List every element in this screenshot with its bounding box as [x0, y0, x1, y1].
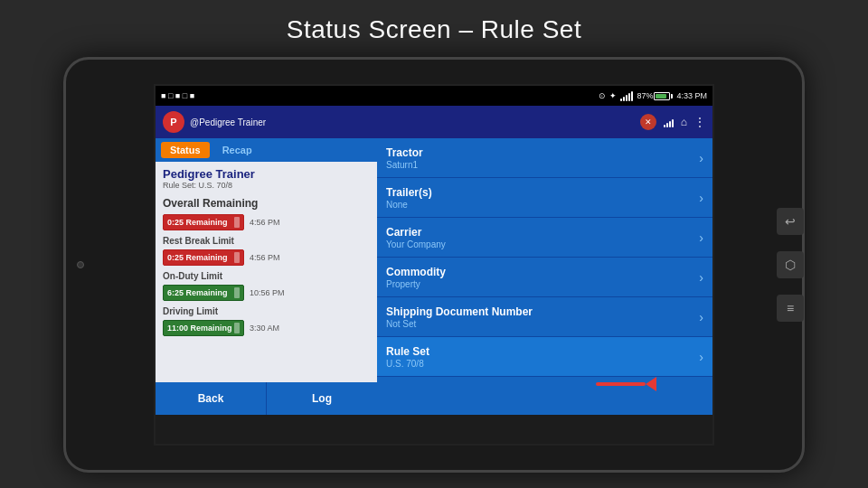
rest-break-time: 4:56 PM	[250, 253, 280, 262]
list-arrow-tractor: ›	[699, 151, 703, 165]
rest-break-gauge: 0:25 Remaining	[163, 249, 244, 266]
page-title: Status Screen – Rule Set	[287, 15, 581, 44]
list-item-shipping-title: Shipping Document Number	[386, 305, 533, 318]
tab-status[interactable]: Status	[161, 142, 210, 158]
list-item-shipping-subtitle: Not Set	[386, 319, 533, 329]
clock: 4:33 PM	[676, 91, 707, 100]
more-options-icon[interactable]: ⋮	[694, 116, 705, 128]
left-panel: Status Recap Pedigree Trainer Rule Set: …	[156, 138, 377, 415]
list-item-trailers-content: Trailer(s) None	[386, 186, 432, 210]
back-button[interactable]: Back	[156, 382, 267, 415]
bluetooth-warning-icon: ✕	[640, 114, 656, 130]
driving-row: 11:00 Remaining 3:30 AM	[156, 317, 377, 339]
bottom-buttons: Back Log	[156, 382, 377, 415]
list-item-tractor[interactable]: Tractor Saturn1 ›	[377, 138, 712, 178]
list-item-commodity[interactable]: Commodity Property ›	[377, 258, 712, 297]
back-nav-icon[interactable]: ↩	[777, 208, 804, 235]
battery-indicator: 87%	[637, 91, 673, 100]
log-button[interactable]: Log	[267, 382, 377, 415]
list-item-tractor-content: Tractor Saturn1	[386, 146, 423, 170]
tab-recap[interactable]: Recap	[213, 142, 261, 158]
list-item-ruleset-subtitle: U.S. 70/8	[386, 359, 429, 369]
screen: ■ □ ■ □ ■ ⊙ ✦ 87% 4:33 PM	[154, 84, 714, 446]
signal-icon	[664, 117, 674, 127]
overall-section-title: Overall Remaining	[156, 193, 377, 211]
list-item-tractor-title: Tractor	[386, 146, 423, 159]
menu-nav-icon[interactable]: ≡	[777, 295, 804, 322]
list-item-commodity-content: Commodity Property	[386, 266, 446, 289]
list-item-commodity-title: Commodity	[386, 266, 446, 278]
list-arrow-shipping: ›	[699, 310, 703, 324]
list-arrow-ruleset: ›	[699, 350, 703, 364]
list-arrow-commodity: ›	[699, 270, 703, 285]
camera-bump	[77, 261, 84, 268]
list-item-ruleset-content: Rule Set U.S. 70/8	[386, 345, 429, 369]
driver-info: Pedigree Trainer Rule Set: U.S. 70/8	[156, 162, 377, 193]
driving-gauge: 11:00 Remaining	[163, 320, 244, 336]
app-company: @Pedigree Trainer	[190, 117, 266, 127]
list-item-carrier-content: Carrier Your Company	[386, 226, 446, 249]
list-item-shipping-content: Shipping Document Number Not Set	[386, 305, 533, 329]
rest-break-row: 0:25 Remaining 4:56 PM	[156, 247, 377, 268]
tab-bar: Status Recap	[156, 138, 377, 162]
main-content: Status Recap Pedigree Trainer Rule Set: …	[156, 138, 712, 415]
on-duty-label: On-Duty Limit	[156, 268, 377, 282]
list-item-trailers-title: Trailer(s)	[386, 186, 432, 199]
app-logo: P	[163, 111, 184, 133]
list-item-trailers-subtitle: None	[386, 200, 432, 210]
status-bar: ■ □ ■ □ ■ ⊙ ✦ 87% 4:33 PM	[156, 86, 712, 106]
list-item-shipping[interactable]: Shipping Document Number Not Set ›	[377, 297, 712, 337]
home-nav-icon[interactable]: ⬡	[777, 251, 804, 278]
list-item-ruleset[interactable]: Rule Set U.S. 70/8 ›	[377, 337, 712, 377]
overall-gauge: 0:25 Remaining	[163, 214, 244, 230]
home-icon[interactable]: ⌂	[681, 116, 687, 128]
list-arrow-carrier: ›	[699, 230, 703, 245]
on-duty-time: 10:56 PM	[250, 288, 285, 297]
list-arrow-trailers: ›	[699, 191, 703, 205]
list-item-commodity-subtitle: Property	[386, 279, 446, 289]
list-item-tractor-subtitle: Saturn1	[386, 160, 423, 170]
driver-name: Pedigree Trainer	[163, 167, 370, 181]
list-item-trailers[interactable]: Trailer(s) None ›	[377, 178, 712, 218]
tablet-shell: ↩ ⬡ ≡ ■ □ ■ □ ■ ⊙ ✦ 87%	[63, 57, 805, 473]
signal-bars	[620, 90, 633, 101]
right-panel: Tractor Saturn1 › Trailer(s) None › Carr…	[377, 138, 712, 415]
overall-time: 4:56 PM	[250, 218, 280, 227]
driving-label: Driving Limit	[156, 304, 377, 317]
list-item-ruleset-title: Rule Set	[386, 345, 429, 358]
bluetooth-status-icon: ✦	[609, 91, 617, 100]
on-duty-row: 6:25 Remaining 10:56 PM	[156, 282, 377, 304]
overall-gauge-row: 0:25 Remaining 4:56 PM	[156, 211, 377, 233]
side-buttons: ↩ ⬡ ≡	[777, 208, 804, 322]
on-duty-gauge: 6:25 Remaining	[163, 285, 244, 301]
list-item-carrier-subtitle: Your Company	[386, 239, 446, 249]
app-bar: P @Pedigree Trainer ✕ ⌂ ⋮	[156, 106, 712, 138]
list-item-carrier[interactable]: Carrier Your Company ›	[377, 218, 712, 258]
driving-time: 3:30 AM	[250, 324, 279, 333]
notification-icons: ■ □ ■ □ ■	[161, 91, 194, 100]
red-arrow-indicator	[596, 377, 656, 391]
driver-rule: Rule Set: U.S. 70/8	[163, 181, 370, 190]
list-item-carrier-title: Carrier	[386, 226, 446, 239]
rest-break-label: Rest Break Limit	[156, 233, 377, 247]
wifi-icon: ⊙	[599, 91, 606, 100]
